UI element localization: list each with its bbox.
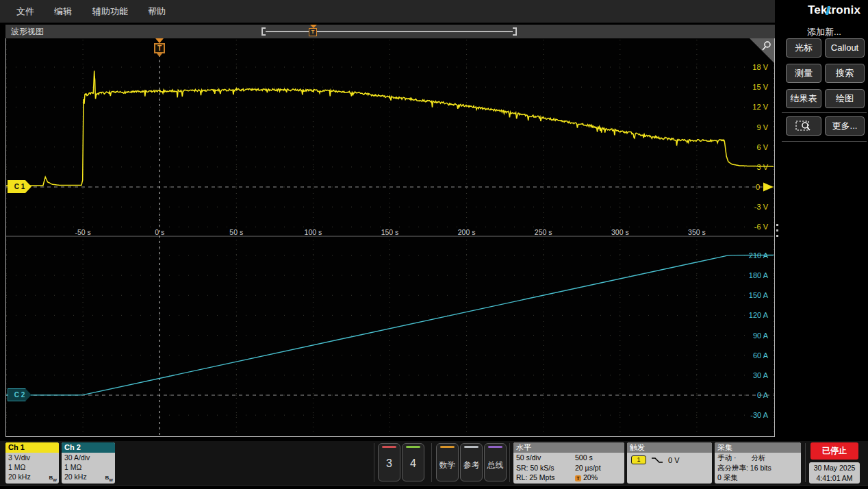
graticule-grid (6, 40, 774, 435)
svg-text:50 s: 50 s (229, 228, 243, 236)
svg-text:15 V: 15 V (752, 83, 768, 91)
svg-text:350 s: 350 s (688, 228, 706, 236)
search-button[interactable]: 搜索 (825, 64, 865, 83)
zoom-area-button[interactable] (786, 116, 821, 136)
svg-text:0 A: 0 A (757, 391, 769, 399)
acquisition-analyze: 分析 (751, 453, 765, 463)
status-bar: Ch 1 3 V/div 1 MΩ 20 kHz BW Ch 2 30 A/di… (0, 441, 868, 485)
svg-text:90 A: 90 A (753, 331, 769, 340)
waveform-window: 波形视图 T -50 s0 s50 s100 s150 s200 s250 s3… (5, 25, 775, 437)
svg-text:100 s: 100 s (305, 228, 322, 236)
svg-text:150 s: 150 s (381, 228, 399, 236)
run-stop-button[interactable]: 已停止 (810, 442, 858, 460)
acquisition-count: 0 采集 (717, 473, 738, 483)
svg-text:-6 V: -6 V (754, 223, 769, 231)
minimap-handle-label: T (309, 28, 317, 36)
channel4-button-label: 4 (403, 457, 424, 470)
acquisition-detail: 高分辨率: 16 bits (717, 463, 771, 473)
bus-button[interactable]: 总线 (484, 443, 507, 481)
cursor-button[interactable]: 光标 (786, 38, 821, 58)
results-table-button[interactable]: 结果表 (786, 89, 821, 108)
trigger-position-icon: T (575, 475, 581, 481)
horizontal-panel-title: 水平 (513, 442, 624, 453)
menu-file[interactable]: 文件 (16, 0, 34, 23)
svg-text:-30 A: -30 A (750, 411, 768, 419)
channel3-button[interactable]: 3 (378, 443, 400, 481)
channel1-zero-arrow[interactable] (763, 183, 774, 192)
menu-edit[interactable]: 编辑 (54, 0, 72, 23)
tektronix-logo: Tektronix (808, 3, 867, 20)
svg-text:18 V: 18 V (752, 63, 768, 71)
graticule-area[interactable]: -50 s0 s50 s100 s150 s200 s250 s300 s350… (5, 38, 775, 437)
svg-text:9 V: 9 V (756, 123, 768, 131)
horizontal-position-minimap[interactable]: T (261, 27, 517, 36)
menu-help[interactable]: 帮助 (148, 0, 166, 23)
bandwidth-limit-icon: BW (49, 475, 57, 482)
svg-text:200 s: 200 s (458, 228, 476, 236)
channel2-badge[interactable]: Ch 2 30 A/div 1 MΩ 20 kHz BW (62, 442, 115, 484)
measure-button[interactable]: 测量 (786, 64, 821, 83)
time-per-point: 20 µs/pt (575, 463, 622, 473)
svg-text:-3 V: -3 V (754, 203, 769, 211)
svg-text:180 A: 180 A (749, 271, 769, 279)
channel1-badge[interactable]: Ch 1 3 V/div 1 MΩ 20 kHz BW (5, 442, 59, 484)
divider (805, 443, 806, 482)
svg-text:0: 0 (756, 183, 760, 191)
bus-color-stripe (488, 446, 502, 448)
splitter-grip[interactable] (776, 224, 779, 239)
bandwidth-limit-icon: BW (105, 475, 113, 482)
trigger-panel-title: 触发 (627, 442, 712, 453)
more-button[interactable]: 更多... (825, 116, 865, 136)
ref-button-label: 参考 (461, 460, 482, 471)
add-new-sidebar: 添加新... 光标 Callout 测量 搜索 结果表 绘图 更多... (780, 25, 868, 438)
menu-bar: 文件 编辑 辅助功能 帮助 (0, 0, 775, 23)
trigger-position: T20% (575, 473, 622, 483)
date-text: 30 May 2025 (809, 463, 860, 473)
channel3-button-label: 3 (379, 457, 400, 470)
channel4-color-stripe (406, 446, 420, 448)
zoom-area-icon (795, 120, 812, 132)
trigger-panel[interactable]: 触发 1 0 V (627, 442, 712, 484)
horizontal-scale: 50 s/div (516, 453, 575, 463)
math-button[interactable]: 数学 (436, 443, 459, 481)
channel4-button[interactable]: 4 (402, 443, 424, 481)
svg-text:150 A: 150 A (749, 291, 769, 299)
callout-button[interactable]: Callout (825, 38, 865, 58)
waveform-header: 波形视图 T (5, 25, 775, 38)
svg-text:-50 s: -50 s (75, 228, 90, 236)
svg-text:60 A: 60 A (753, 351, 769, 360)
svg-text:6 V: 6 V (756, 143, 768, 151)
minimap-trigger-handle[interactable]: T (309, 27, 318, 36)
acquisition-panel[interactable]: 采集 手动 · 分析 高分辨率: 16 bits 0 采集 (715, 442, 801, 484)
ref-color-stripe (464, 446, 478, 448)
bus-button-label: 总线 (485, 460, 506, 471)
channel2-impedance: 1 MΩ (62, 462, 115, 472)
menu-utility[interactable]: 辅助功能 (92, 0, 128, 23)
channel3-color-stripe (382, 446, 396, 448)
trigger-position-marker[interactable]: T (153, 38, 166, 59)
acquisition-panel-title: 采集 (715, 442, 801, 453)
plot-button[interactable]: 绘图 (825, 89, 865, 108)
ref-button[interactable]: 参考 (460, 443, 483, 481)
channel1-label: Ch 1 (5, 442, 59, 453)
math-button-label: 数学 (437, 460, 458, 471)
horizontal-window: 500 s (575, 453, 622, 463)
math-color-stripe (440, 446, 455, 448)
svg-text:3 V: 3 V (756, 163, 768, 171)
sample-rate: SR: 50 kS/s (516, 463, 575, 473)
divider (374, 443, 374, 482)
add-new-title: 添加新... (780, 26, 868, 38)
sidebar-separator (782, 141, 867, 142)
channel1-impedance: 1 MΩ (5, 462, 59, 472)
time-text: 4:41:01 AM (809, 473, 860, 484)
sidebar-separator (782, 112, 867, 113)
tab-waveform-view[interactable]: 波形视图 (11, 25, 44, 38)
axis-labels: -50 s0 s50 s100 s150 s200 s250 s300 s350… (75, 63, 768, 419)
waveform-plot: -50 s0 s50 s100 s150 s200 s250 s300 s350… (6, 38, 774, 436)
datetime-display[interactable]: 30 May 2025 4:41:01 AM (809, 462, 860, 484)
svg-text:300 s: 300 s (611, 228, 629, 236)
horizontal-panel[interactable]: 水平 50 s/div500 s SR: 50 kS/s20 µs/pt RL:… (513, 442, 624, 484)
svg-text:120 A: 120 A (749, 311, 769, 319)
svg-text:0 s: 0 s (155, 228, 164, 236)
trigger-level: 0 V (668, 456, 680, 464)
